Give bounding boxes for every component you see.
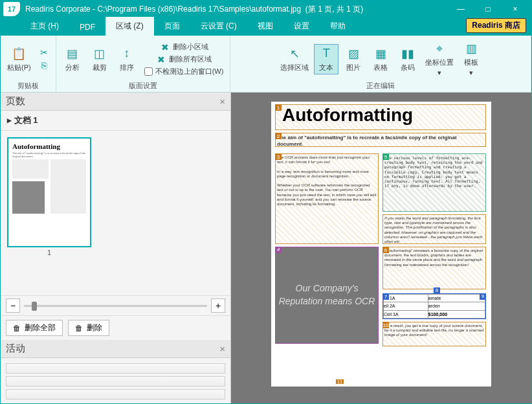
thumbnail-number: 1 xyxy=(7,249,91,256)
ignore-edge-checkbox[interactable]: 不检测边上的窗口(W) xyxy=(142,66,227,77)
tab-view[interactable]: 视图 xyxy=(247,17,283,36)
ribbon-tabs: 主页 (H) PDF 区域 (Z) 页面 云设置 (C) 视图 设置 帮助 Re… xyxy=(1,17,531,36)
tab-cloud[interactable]: 云设置 (C) xyxy=(190,17,247,36)
group-label: 版面设置 xyxy=(129,81,157,91)
page-thumbnail[interactable]: Autoformatting The aim of "autoformattin… xyxy=(7,137,91,247)
delete-all-button[interactable]: 🗑删除全部 xyxy=(6,320,63,336)
barcode-zone-button[interactable]: ▮▮条码 xyxy=(395,45,420,74)
tab-settings[interactable]: 设置 xyxy=(283,17,320,36)
table-zone-button[interactable]: ▦表格 xyxy=(368,45,393,74)
zone-table: 7 9 ell 1Aamate ell 2Aarden Cell 3A$100,… xyxy=(382,293,486,319)
barcode-icon: ▮▮ xyxy=(400,46,416,62)
activity-panel xyxy=(1,358,230,404)
paste-button[interactable]: 📋 粘贴(P) xyxy=(5,45,34,74)
minimize-button[interactable]: — xyxy=(447,1,474,17)
tab-home[interactable]: 主页 (H) xyxy=(20,17,69,36)
cut-button[interactable]: ✂ xyxy=(36,47,52,58)
zoom-out-button[interactable]: − xyxy=(6,298,20,313)
delete-all-zones-button[interactable]: ✖删除所有区域 xyxy=(142,54,227,65)
zoom-slider[interactable] xyxy=(24,305,207,307)
activity-panel-header: 活动 × xyxy=(1,340,230,358)
sidebar: 页数 × ▸ 文档 1 Autoformatting The aim of "a… xyxy=(1,93,231,404)
crop-button[interactable]: ◫裁剪 xyxy=(87,45,112,74)
scissors-icon: ✂ xyxy=(39,47,49,58)
tab-pdf[interactable]: PDF xyxy=(69,19,105,36)
template-icon: ▥ xyxy=(463,41,479,56)
tab-page[interactable]: 页面 xyxy=(154,17,190,36)
text-zone-button[interactable]: T文本 xyxy=(314,44,338,74)
page-viewer[interactable]: 1 Autoformatting 2 The aim of "autoforma… xyxy=(231,93,531,404)
zone-image-text: Our Company's Reputation means OCR xyxy=(276,282,378,308)
clipboard-icon: 📋 xyxy=(11,46,27,62)
maximize-button[interactable]: □ xyxy=(474,1,502,17)
group-label: 正在编辑 xyxy=(366,81,395,91)
analyze-icon: ▤ xyxy=(65,46,80,62)
close-button[interactable]: × xyxy=(502,1,529,17)
store-button[interactable]: Readiris 商店 xyxy=(466,18,526,33)
image-zone-button[interactable]: ▨图片 xyxy=(341,45,366,74)
crop-icon: ◫ xyxy=(92,46,107,62)
image-icon: ▨ xyxy=(346,46,361,62)
titlebar: 17 Readiris Corporate - C:\Program Files… xyxy=(1,1,531,17)
select-zone-button[interactable]: ↖选择区域 xyxy=(278,45,311,74)
delete-small-zones-button[interactable]: ✖删除小区域 xyxy=(142,41,227,53)
coords-button[interactable]: ⌖坐标位置▾ xyxy=(423,39,456,78)
analyze-button[interactable]: ▤分析 xyxy=(60,45,85,74)
delete-button[interactable]: 🗑删除 xyxy=(68,320,109,336)
copy-icon: ⎘ xyxy=(39,60,49,71)
app-logo: 17 xyxy=(3,2,20,16)
copy-button[interactable]: ⎘ xyxy=(36,60,52,71)
zoom-in-button[interactable]: + xyxy=(211,298,225,313)
text-icon: T xyxy=(318,46,334,62)
sort-button[interactable]: ↕排序 xyxy=(115,45,139,74)
activity-bar xyxy=(6,363,225,374)
tab-zone[interactable]: 区域 (Z) xyxy=(105,17,154,36)
delete-icon: ✖ xyxy=(156,54,166,65)
tab-help[interactable]: 帮助 xyxy=(320,17,356,36)
close-panel-icon[interactable]: × xyxy=(219,343,225,354)
group-label: 剪贴板 xyxy=(17,81,39,91)
zone-title: Autoformatting xyxy=(276,105,485,126)
delete-icon: ✖ xyxy=(160,42,170,52)
activity-bar xyxy=(6,376,225,387)
document-name[interactable]: ▸ 文档 1 xyxy=(1,111,230,131)
ribbon: 📋 粘贴(P) ✂ ⎘ 剪贴板 ▤分析 ◫裁剪 ↕排序 ✖删除小区域 ✖删除所有… xyxy=(1,36,531,93)
cursor-icon: ↖ xyxy=(287,46,302,62)
template-button[interactable]: ▥模板▾ xyxy=(459,39,483,78)
trash-icon: 🗑 xyxy=(75,324,83,333)
close-panel-icon[interactable]: × xyxy=(219,96,225,107)
table-icon: ▦ xyxy=(373,46,388,62)
trash-icon: 🗑 xyxy=(13,324,21,333)
document-page[interactable]: 1 Autoformatting 2 The aim of "autoforma… xyxy=(271,102,491,387)
window-title: Readiris Corporate - C:\Program Files (x… xyxy=(25,4,447,15)
thumbnail-area: Autoformatting The aim of "autoformattin… xyxy=(1,131,230,295)
pages-panel-header: 页数 × xyxy=(1,93,230,111)
coords-icon: ⌖ xyxy=(432,41,447,56)
sort-icon: ↕ xyxy=(119,46,135,62)
activity-bar xyxy=(6,389,225,399)
